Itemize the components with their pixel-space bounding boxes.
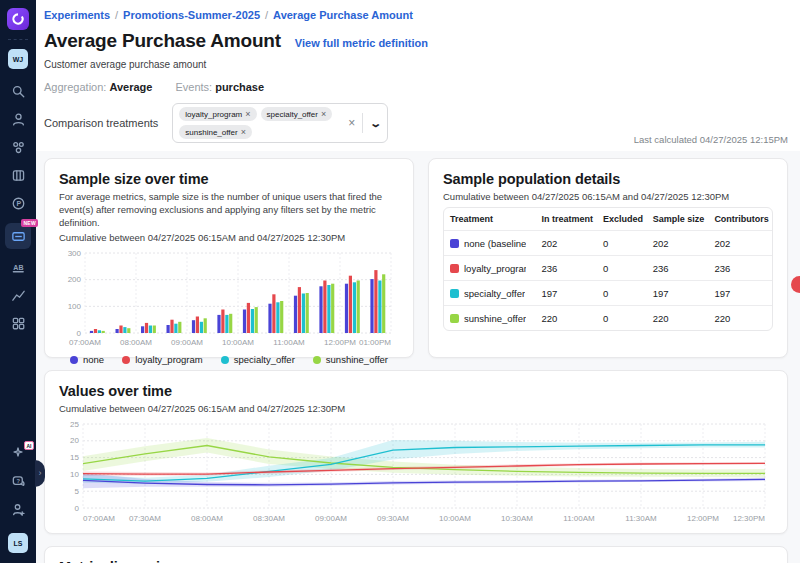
legend-item[interactable]: loyalty_program [122, 354, 203, 365]
svg-text:20: 20 [70, 436, 79, 445]
page-header: Experiments/Promotions-Summer-2025/Avera… [36, 0, 800, 151]
treatments-select[interactable]: loyalty_program×specialty_offer×sunshine… [172, 103, 387, 143]
legend-item[interactable]: specialty_offer [221, 354, 295, 365]
sidebar-divider [8, 39, 28, 40]
svg-text:?: ? [16, 478, 20, 484]
values-over-time-card: Values over time Cumulative between 04/2… [44, 370, 788, 534]
card-title: Sample population details [443, 171, 773, 187]
last-calculated: Last calculated 04/27/2025 12:15PM [634, 134, 788, 145]
table-row: sunshine_offer2200220220 [444, 305, 772, 330]
cards-area: Sample size over time For average metric… [36, 151, 800, 563]
svg-text:200: 200 [68, 276, 82, 285]
page-title: Average Purchase Amount [44, 30, 281, 52]
user-avatar[interactable]: LS [8, 533, 28, 553]
metrics-chart-icon[interactable] [5, 287, 31, 303]
sample-size-card: Sample size over time For average metric… [44, 158, 414, 358]
treatment-chip[interactable]: loyalty_program× [179, 107, 256, 121]
statsig-logo-icon[interactable] [7, 8, 29, 30]
svg-text:12:30PM: 12:30PM [733, 514, 765, 523]
events-label: Events: [175, 81, 212, 93]
svg-text:07:30AM: 07:30AM [129, 514, 161, 523]
invite-user-icon[interactable] [5, 501, 31, 517]
treatment-color-swatch [450, 239, 459, 248]
svg-text:5: 5 [75, 487, 80, 496]
cumulative-range: Cumulative between 04/27/2025 06:15AM an… [59, 403, 773, 414]
svg-text:07:00AM: 07:00AM [69, 338, 101, 347]
svg-text:11:00AM: 11:00AM [563, 514, 595, 523]
breadcrumb-experiment-name[interactable]: Promotions-Summer-2025 [123, 9, 260, 21]
svg-text:0: 0 [75, 504, 80, 513]
treatment-color-swatch [450, 289, 459, 298]
legend-item[interactable]: sunshine_offer [313, 354, 388, 365]
cumulative-range: Cumulative between 04/27/2025 06:15AM an… [59, 232, 399, 243]
chip-remove-icon[interactable]: × [241, 127, 246, 137]
svg-text:300: 300 [68, 249, 82, 258]
svg-text:12:00PM: 12:00PM [324, 338, 356, 347]
svg-text:15: 15 [70, 453, 79, 462]
table-header: TreatmentIn treatmentExcludedSample size… [444, 208, 772, 230]
svg-text:AB: AB [13, 263, 23, 270]
sample-size-legend: noneloyalty_programspecialty_offersunshi… [59, 354, 399, 365]
svg-text:09:30AM: 09:30AM [377, 514, 409, 523]
card-title: Values over time [59, 383, 773, 399]
svg-text:08:00AM: 08:00AM [191, 514, 223, 523]
search-icon[interactable] [5, 83, 31, 99]
values-over-time-chart: 051015202507:00AM07:30AM08:00AM08:30AM09… [59, 418, 773, 526]
svg-text:0: 0 [77, 329, 82, 338]
card-title: Metric dispersion [59, 559, 773, 563]
comparison-treatments-label: Comparison treatments [44, 117, 158, 129]
select-divider [362, 113, 363, 133]
feature-gates-icon[interactable] [5, 139, 31, 155]
cumulative-range: Cumulative between 04/27/2025 06:15AM an… [443, 191, 773, 202]
pulse-icon[interactable]: P [5, 195, 31, 211]
svg-text:07:00AM: 07:00AM [83, 514, 115, 523]
aggregation-row: Aggregation:Average Events:purchase [44, 81, 788, 93]
breadcrumb: Experiments/Promotions-Summer-2025/Avera… [44, 9, 788, 21]
help-chat-icon[interactable]: ⌄? [5, 473, 31, 489]
metric-dispersion-card: Metric dispersion Cumulative between 04/… [44, 546, 788, 563]
treatment-chip[interactable]: sunshine_offer× [179, 125, 252, 139]
svg-text:P: P [16, 199, 21, 206]
treatment-color-swatch [450, 314, 459, 323]
sample-size-chart: 010020030007:00AM08:00AM09:00AM10:00AM11… [59, 247, 397, 349]
main-content: Experiments/Promotions-Summer-2025/Avera… [36, 0, 800, 563]
aggregation-label: Aggregation: [44, 81, 106, 93]
chip-remove-icon[interactable]: × [321, 109, 326, 119]
ai-badge: AI [24, 441, 34, 450]
metric-subtitle: Customer average purchase amount [44, 59, 788, 70]
sidebar: WJ P NEW AB AI ⌄? LS [0, 0, 36, 563]
clear-all-icon[interactable]: × [348, 116, 355, 130]
table-row: loyalty_program2360236236 [444, 255, 772, 280]
svg-text:09:00AM: 09:00AM [171, 338, 203, 347]
breadcrumb-metric-name[interactable]: Average Purchase Amount [273, 9, 413, 21]
svg-text:100: 100 [68, 302, 82, 311]
treatment-chip[interactable]: specialty_offer× [261, 107, 333, 121]
svg-text:08:00AM: 08:00AM [120, 338, 152, 347]
legend-item[interactable]: none [70, 354, 104, 365]
svg-text:10:00AM: 10:00AM [222, 338, 254, 347]
apps-grid-icon[interactable] [5, 315, 31, 331]
svg-text:09:00AM: 09:00AM [315, 514, 347, 523]
table-row: specialty_offer1970197197 [444, 280, 772, 305]
ai-assistant-icon[interactable]: AI [11, 445, 25, 463]
table-row: none (baseline)2020202202 [444, 230, 772, 255]
svg-text:08:30AM: 08:30AM [253, 514, 285, 523]
population-table: TreatmentIn treatmentExcludedSample size… [443, 207, 773, 331]
experiments-ab-icon[interactable]: AB [5, 259, 31, 275]
chevron-down-icon[interactable]: ⌄ [370, 117, 383, 130]
treatment-chips: loyalty_program×specialty_offer×sunshine… [179, 107, 339, 139]
sidebar-item-active-insights[interactable]: NEW [5, 223, 31, 249]
svg-text:12:00PM: 12:00PM [687, 514, 719, 523]
new-badge: NEW [21, 219, 38, 227]
chip-remove-icon[interactable]: × [245, 109, 250, 119]
treatment-color-swatch [450, 264, 459, 273]
view-metric-definition-link[interactable]: View full metric definition [295, 37, 428, 49]
svg-text:10:00AM: 10:00AM [439, 514, 471, 523]
layers-icon[interactable] [5, 167, 31, 183]
aggregation-value: Average [109, 81, 152, 93]
breadcrumb-experiments[interactable]: Experiments [44, 9, 110, 21]
svg-text:25: 25 [70, 420, 79, 429]
workspace-avatar[interactable]: WJ [8, 49, 28, 69]
events-value: purchase [215, 81, 264, 93]
users-icon[interactable] [5, 111, 31, 127]
